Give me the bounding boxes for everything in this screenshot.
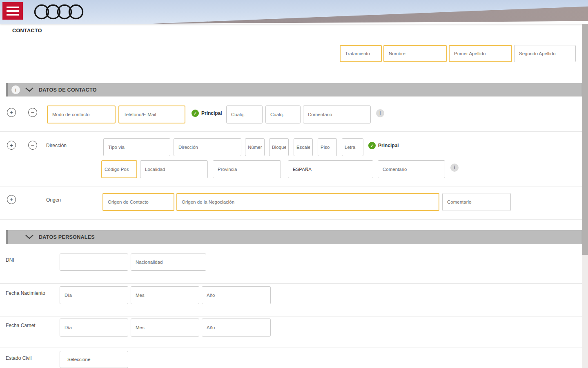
escalera-input[interactable] xyxy=(294,138,313,156)
divider xyxy=(0,283,582,284)
section-datos-personales[interactable]: DATOS PERSONALES xyxy=(6,230,582,244)
tipo-via-input[interactable] xyxy=(103,138,170,156)
principal-address-check-icon[interactable] xyxy=(368,142,376,149)
segundo-apellido-input[interactable] xyxy=(514,45,576,62)
audi-rings-logo xyxy=(33,3,84,22)
principal-check-icon[interactable] xyxy=(192,110,199,117)
info-icon[interactable] xyxy=(11,85,20,94)
header-decoration xyxy=(0,0,588,24)
cualquiera-1-input[interactable] xyxy=(226,105,263,123)
dni-label: DNI xyxy=(6,257,14,263)
add-origin-icon[interactable] xyxy=(7,195,16,204)
add-contact-method-icon[interactable] xyxy=(7,108,16,117)
origen-contacto-input[interactable] xyxy=(102,193,174,211)
comentario-origen-input[interactable] xyxy=(442,193,511,211)
section-title: DATOS PERSONALES xyxy=(39,234,95,240)
localidad-input[interactable] xyxy=(140,160,208,178)
fecha-carnet-label: Fecha Carnet xyxy=(6,323,36,328)
direccion-label: Dirección xyxy=(46,143,67,148)
origen-label: Origen xyxy=(46,197,61,203)
scrollbar-thumb[interactable] xyxy=(582,24,588,255)
bloque-input[interactable] xyxy=(269,138,289,156)
estado-civil-select[interactable] xyxy=(60,351,128,368)
fecha-carnet-ano-input[interactable] xyxy=(202,319,271,337)
chevron-down-icon[interactable] xyxy=(25,233,34,241)
section-datos-contacto[interactable]: DATOS DE CONTACTO xyxy=(6,83,582,96)
piso-input[interactable] xyxy=(318,138,337,156)
provincia-input[interactable] xyxy=(213,160,281,178)
letra-input[interactable] xyxy=(342,138,363,156)
nombre-input[interactable] xyxy=(383,45,447,62)
origen-negociacion-input[interactable] xyxy=(176,193,439,211)
fecha-nacimiento-dia-input[interactable] xyxy=(60,286,128,304)
info-icon[interactable] xyxy=(450,164,459,172)
primer-apellido-input[interactable] xyxy=(449,45,512,62)
dni-input[interactable] xyxy=(60,254,128,271)
principal-label: Principal xyxy=(201,110,222,116)
remove-contact-method-icon[interactable] xyxy=(28,108,37,117)
comentario-contacto-input[interactable] xyxy=(303,105,371,123)
codigo-postal-input[interactable] xyxy=(101,160,137,178)
numero-input[interactable] xyxy=(245,138,265,156)
estado-civil-label: Estado Civil xyxy=(6,355,31,361)
fecha-nacimiento-label: Fecha Nacimiento xyxy=(6,290,45,296)
divider xyxy=(0,219,582,220)
add-address-icon[interactable] xyxy=(7,141,16,150)
divider xyxy=(0,348,582,348)
chevron-down-icon[interactable] xyxy=(25,86,34,94)
section-title: DATOS DE CONTACTO xyxy=(39,87,97,93)
tratamiento-input[interactable] xyxy=(340,45,382,62)
page-title: CONTACTO xyxy=(12,28,42,34)
fecha-nacimiento-ano-input[interactable] xyxy=(202,286,271,304)
fecha-carnet-dia-input[interactable] xyxy=(60,319,128,337)
nacionalidad-input[interactable] xyxy=(131,254,206,271)
cualquiera-2-input[interactable] xyxy=(265,105,301,123)
info-icon[interactable] xyxy=(376,109,384,117)
divider xyxy=(0,131,582,132)
app-header xyxy=(0,0,588,24)
modo-de-contacto-input[interactable] xyxy=(47,105,116,123)
divider xyxy=(0,316,582,316)
principal-address-label: Principal xyxy=(378,143,399,148)
direccion-input[interactable] xyxy=(174,138,241,156)
hamburger-menu-icon[interactable] xyxy=(2,2,23,20)
remove-address-icon[interactable] xyxy=(28,141,37,150)
telefono-email-input[interactable] xyxy=(118,105,185,123)
comentario-direccion-input[interactable] xyxy=(378,160,445,178)
pais-select[interactable] xyxy=(288,160,373,178)
divider xyxy=(0,186,582,186)
fecha-nacimiento-mes-input[interactable] xyxy=(131,286,199,304)
fecha-carnet-mes-input[interactable] xyxy=(131,319,199,337)
